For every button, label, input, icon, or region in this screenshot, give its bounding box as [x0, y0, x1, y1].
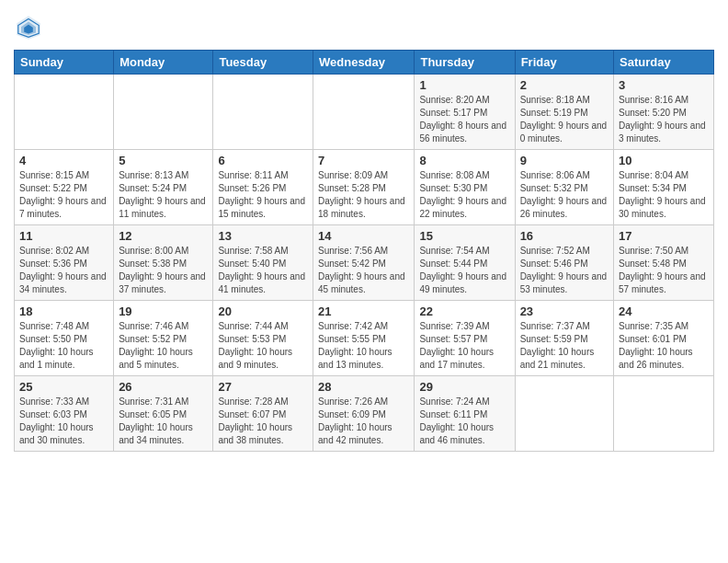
- day-number: 24: [619, 304, 709, 318]
- day-number: 18: [19, 304, 108, 318]
- calendar-cell: 26Sunrise: 7:31 AM Sunset: 6:05 PM Dayli…: [114, 376, 213, 452]
- calendar-cell: 3Sunrise: 8:16 AM Sunset: 5:20 PM Daylig…: [614, 75, 714, 150]
- day-info: Sunrise: 7:48 AM Sunset: 5:50 PM Dayligh…: [19, 320, 108, 372]
- calendar-cell: 23Sunrise: 7:37 AM Sunset: 5:59 PM Dayli…: [515, 301, 613, 376]
- calendar-header-row: SundayMondayTuesdayWednesdayThursdayFrid…: [15, 51, 714, 75]
- calendar-cell: [515, 376, 613, 452]
- calendar-week-row: 25Sunrise: 7:33 AM Sunset: 6:03 PM Dayli…: [15, 376, 714, 452]
- calendar-cell: 10Sunrise: 8:04 AM Sunset: 5:34 PM Dayli…: [614, 150, 714, 225]
- day-info: Sunrise: 8:15 AM Sunset: 5:22 PM Dayligh…: [19, 169, 108, 221]
- day-info: Sunrise: 7:56 AM Sunset: 5:42 PM Dayligh…: [318, 245, 409, 296]
- day-number: 9: [520, 154, 609, 167]
- calendar-cell: 27Sunrise: 7:28 AM Sunset: 6:07 PM Dayli…: [213, 376, 313, 452]
- day-number: 3: [619, 78, 709, 92]
- day-number: 7: [318, 154, 409, 167]
- day-number: 10: [619, 154, 709, 167]
- calendar-cell: [213, 75, 313, 150]
- day-number: 2: [520, 78, 609, 92]
- calendar-table: SundayMondayTuesdayWednesdayThursdayFrid…: [14, 50, 714, 452]
- day-info: Sunrise: 7:28 AM Sunset: 6:07 PM Dayligh…: [218, 396, 308, 447]
- calendar-cell: 11Sunrise: 8:02 AM Sunset: 5:36 PM Dayli…: [15, 225, 114, 301]
- day-number: 22: [419, 304, 509, 318]
- day-number: 1: [419, 78, 509, 92]
- day-number: 11: [19, 229, 108, 243]
- day-info: Sunrise: 8:11 AM Sunset: 5:26 PM Dayligh…: [218, 169, 308, 221]
- calendar-week-row: 4Sunrise: 8:15 AM Sunset: 5:22 PM Daylig…: [15, 150, 714, 225]
- calendar-cell: 12Sunrise: 8:00 AM Sunset: 5:38 PM Dayli…: [114, 225, 213, 301]
- day-info: Sunrise: 7:39 AM Sunset: 5:57 PM Dayligh…: [419, 320, 509, 372]
- day-number: 5: [119, 154, 208, 167]
- day-info: Sunrise: 7:44 AM Sunset: 5:53 PM Dayligh…: [218, 320, 308, 372]
- day-header: Friday: [515, 51, 613, 75]
- calendar-cell: 7Sunrise: 8:09 AM Sunset: 5:28 PM Daylig…: [313, 150, 415, 225]
- day-info: Sunrise: 8:20 AM Sunset: 5:17 PM Dayligh…: [419, 94, 509, 145]
- day-info: Sunrise: 7:26 AM Sunset: 6:09 PM Dayligh…: [318, 396, 409, 447]
- day-number: 21: [318, 304, 409, 318]
- day-header: Tuesday: [213, 51, 313, 75]
- calendar-cell: [313, 75, 415, 150]
- day-header: Wednesday: [313, 51, 415, 75]
- calendar-cell: 18Sunrise: 7:48 AM Sunset: 5:50 PM Dayli…: [15, 301, 114, 376]
- day-info: Sunrise: 8:00 AM Sunset: 5:38 PM Dayligh…: [119, 245, 208, 296]
- day-number: 23: [520, 304, 609, 318]
- day-header: Thursday: [415, 51, 515, 75]
- day-info: Sunrise: 7:58 AM Sunset: 5:40 PM Dayligh…: [218, 245, 308, 296]
- calendar-cell: 15Sunrise: 7:54 AM Sunset: 5:44 PM Dayli…: [415, 225, 515, 301]
- day-number: 25: [19, 380, 108, 394]
- day-info: Sunrise: 7:42 AM Sunset: 5:55 PM Dayligh…: [318, 320, 409, 372]
- day-info: Sunrise: 8:04 AM Sunset: 5:34 PM Dayligh…: [619, 169, 709, 221]
- calendar-cell: 9Sunrise: 8:06 AM Sunset: 5:32 PM Daylig…: [515, 150, 613, 225]
- calendar-cell: 17Sunrise: 7:50 AM Sunset: 5:48 PM Dayli…: [614, 225, 714, 301]
- calendar-cell: 16Sunrise: 7:52 AM Sunset: 5:46 PM Dayli…: [515, 225, 613, 301]
- day-info: Sunrise: 7:35 AM Sunset: 6:01 PM Dayligh…: [619, 320, 709, 372]
- day-number: 20: [218, 304, 308, 318]
- calendar-cell: [614, 376, 714, 452]
- day-info: Sunrise: 8:08 AM Sunset: 5:30 PM Dayligh…: [419, 169, 509, 221]
- day-number: 13: [218, 229, 308, 243]
- calendar-week-row: 1Sunrise: 8:20 AM Sunset: 5:17 PM Daylig…: [15, 75, 714, 150]
- calendar-week-row: 18Sunrise: 7:48 AM Sunset: 5:50 PM Dayli…: [15, 301, 714, 376]
- day-number: 15: [419, 229, 509, 243]
- day-number: 12: [119, 229, 208, 243]
- day-number: 4: [19, 154, 108, 167]
- day-header: Monday: [114, 51, 213, 75]
- calendar-cell: 6Sunrise: 8:11 AM Sunset: 5:26 PM Daylig…: [213, 150, 313, 225]
- logo-icon: [14, 13, 43, 42]
- day-number: 17: [619, 229, 709, 243]
- day-number: 8: [419, 154, 509, 167]
- calendar-cell: 4Sunrise: 8:15 AM Sunset: 5:22 PM Daylig…: [15, 150, 114, 225]
- day-number: 29: [419, 380, 509, 394]
- day-number: 16: [520, 229, 609, 243]
- calendar-cell: 28Sunrise: 7:26 AM Sunset: 6:09 PM Dayli…: [313, 376, 415, 452]
- day-info: Sunrise: 7:37 AM Sunset: 5:59 PM Dayligh…: [520, 320, 609, 372]
- day-header: Saturday: [614, 51, 714, 75]
- calendar-cell: 5Sunrise: 8:13 AM Sunset: 5:24 PM Daylig…: [114, 150, 213, 225]
- day-number: 6: [218, 154, 308, 167]
- day-info: Sunrise: 7:33 AM Sunset: 6:03 PM Dayligh…: [19, 396, 108, 447]
- day-number: 19: [119, 304, 208, 318]
- day-info: Sunrise: 7:52 AM Sunset: 5:46 PM Dayligh…: [520, 245, 609, 296]
- day-info: Sunrise: 8:06 AM Sunset: 5:32 PM Dayligh…: [520, 169, 609, 221]
- day-info: Sunrise: 8:18 AM Sunset: 5:19 PM Dayligh…: [520, 94, 609, 145]
- calendar-cell: 20Sunrise: 7:44 AM Sunset: 5:53 PM Dayli…: [213, 301, 313, 376]
- calendar-cell: 1Sunrise: 8:20 AM Sunset: 5:17 PM Daylig…: [415, 75, 515, 150]
- calendar-cell: 29Sunrise: 7:24 AM Sunset: 6:11 PM Dayli…: [415, 376, 515, 452]
- calendar-cell: 2Sunrise: 8:18 AM Sunset: 5:19 PM Daylig…: [515, 75, 613, 150]
- calendar-cell: [15, 75, 114, 150]
- day-info: Sunrise: 7:50 AM Sunset: 5:48 PM Dayligh…: [619, 245, 709, 296]
- calendar-cell: 8Sunrise: 8:08 AM Sunset: 5:30 PM Daylig…: [415, 150, 515, 225]
- logo: [14, 13, 47, 42]
- day-info: Sunrise: 8:09 AM Sunset: 5:28 PM Dayligh…: [318, 169, 409, 221]
- calendar-cell: 21Sunrise: 7:42 AM Sunset: 5:55 PM Dayli…: [313, 301, 415, 376]
- calendar-cell: 19Sunrise: 7:46 AM Sunset: 5:52 PM Dayli…: [114, 301, 213, 376]
- day-number: 28: [318, 380, 409, 394]
- day-info: Sunrise: 7:24 AM Sunset: 6:11 PM Dayligh…: [419, 396, 509, 447]
- calendar-cell: 25Sunrise: 7:33 AM Sunset: 6:03 PM Dayli…: [15, 376, 114, 452]
- calendar-week-row: 11Sunrise: 8:02 AM Sunset: 5:36 PM Dayli…: [15, 225, 714, 301]
- day-number: 27: [218, 380, 308, 394]
- day-number: 14: [318, 229, 409, 243]
- day-info: Sunrise: 7:31 AM Sunset: 6:05 PM Dayligh…: [119, 396, 208, 447]
- calendar-cell: 22Sunrise: 7:39 AM Sunset: 5:57 PM Dayli…: [415, 301, 515, 376]
- day-number: 26: [119, 380, 208, 394]
- day-info: Sunrise: 7:54 AM Sunset: 5:44 PM Dayligh…: [419, 245, 509, 296]
